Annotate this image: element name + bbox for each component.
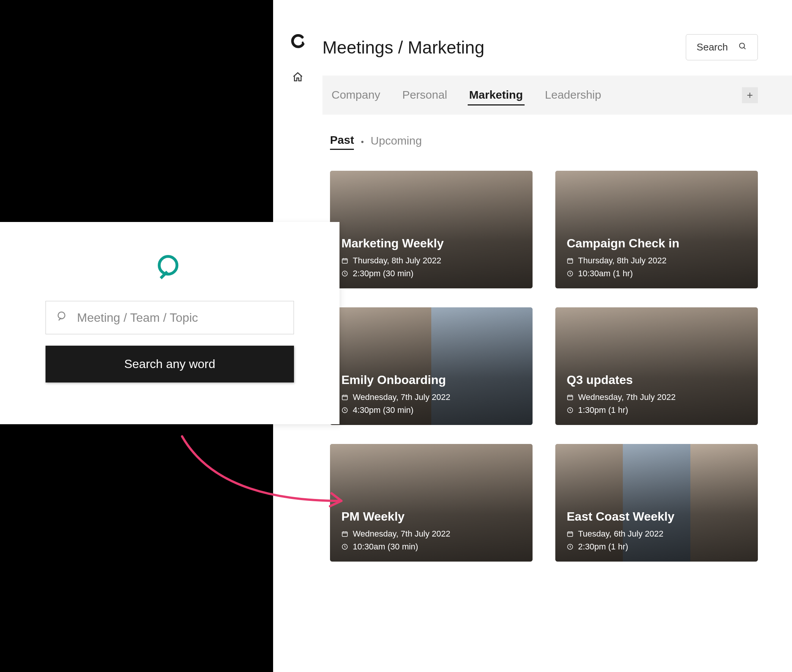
tab-company[interactable]: Company [330,85,382,106]
overlay-search-input[interactable]: Meeting / Team / Topic [46,301,294,334]
card-time: 2:30pm (30 min) [353,269,414,278]
content-area: Past • Upcoming Marketing Weekly Thursda… [323,115,792,672]
app-window: Meetings / Marketing Search Company Pers… [273,0,792,672]
card-time: 4:30pm (30 min) [353,405,414,415]
filter-upcoming[interactable]: Upcoming [370,134,422,149]
svg-rect-8 [567,259,573,263]
filter-separator: • [361,137,364,147]
tab-marketing[interactable]: Marketing [468,85,525,106]
plus-icon: + [747,89,753,101]
main-content: Meetings / Marketing Search Company Pers… [323,0,792,672]
meeting-card-campaign-check-in[interactable]: Campaign Check in Thursday, 8th July 202… [555,171,758,288]
card-date: Wednesday, 7th July 2022 [353,529,450,539]
search-icon [739,42,747,53]
svg-point-33 [159,256,177,274]
tab-personal[interactable]: Personal [401,85,448,106]
card-title: Campaign Check in [567,237,746,250]
card-title: Q3 updates [567,373,746,387]
search-large-icon [46,252,294,282]
card-title: Emily Onboarding [342,373,521,387]
card-date: Wednesday, 7th July 2022 [353,392,450,402]
home-icon[interactable] [292,71,303,83]
app-logo-icon [291,34,305,48]
meeting-card-emily-onboarding[interactable]: Emily Onboarding Wednesday, 7th July 202… [330,307,533,425]
card-time: 1:30pm (1 hr) [578,405,628,415]
tab-leadership[interactable]: Leadership [544,85,603,106]
svg-rect-28 [567,532,573,536]
card-date: Thursday, 8th July 2022 [353,256,441,266]
card-date: Thursday, 8th July 2022 [578,256,666,266]
search-label: Search [697,42,728,53]
card-title: East Coast Weekly [567,510,746,524]
overlay-button-label: Search any word [124,357,215,371]
svg-point-1 [740,43,744,48]
svg-rect-23 [342,532,347,536]
overlay-placeholder: Meeting / Team / Topic [77,311,198,325]
card-time: 10:30am (30 min) [353,542,418,552]
card-title: PM Weekly [342,510,521,524]
meeting-card-east-coast-weekly[interactable]: East Coast Weekly Tuesday, 6th July 2022… [555,444,758,562]
svg-rect-18 [567,395,573,400]
svg-point-35 [58,312,65,319]
card-time: 10:30am (1 hr) [578,269,633,278]
search-overlay: Meeting / Team / Topic Search any word [0,222,340,424]
meeting-card-pm-weekly[interactable]: PM Weekly Wednesday, 7th July 2022 10:30… [330,444,533,562]
overlay-search-button[interactable]: Search any word [46,346,294,382]
search-box[interactable]: Search [686,34,758,60]
meeting-card-marketing-weekly[interactable]: Marketing Weekly Thursday, 8th July 2022… [330,171,533,288]
card-title: Marketing Weekly [342,237,521,250]
meetings-grid: Marketing Weekly Thursday, 8th July 2022… [330,171,758,562]
breadcrumb: Meetings / Marketing [323,37,484,58]
tabs: Company Personal Marketing Leadership [330,75,603,115]
svg-rect-13 [342,395,347,400]
meeting-card-q3-updates[interactable]: Q3 updates Wednesday, 7th July 2022 1:30… [555,307,758,425]
svg-rect-3 [342,259,347,263]
header: Meetings / Marketing Search [323,0,792,75]
search-icon [56,310,68,325]
card-date: Wednesday, 7th July 2022 [578,392,675,402]
add-tab-button[interactable]: + [742,87,758,103]
filter-row: Past • Upcoming [330,134,758,150]
tabs-bar: Company Personal Marketing Leadership + [323,75,792,115]
card-time: 2:30pm (1 hr) [578,542,628,552]
svg-line-2 [744,48,745,49]
svg-point-0 [302,42,304,44]
filter-past[interactable]: Past [330,134,354,150]
card-date: Tuesday, 6th July 2022 [578,529,663,539]
